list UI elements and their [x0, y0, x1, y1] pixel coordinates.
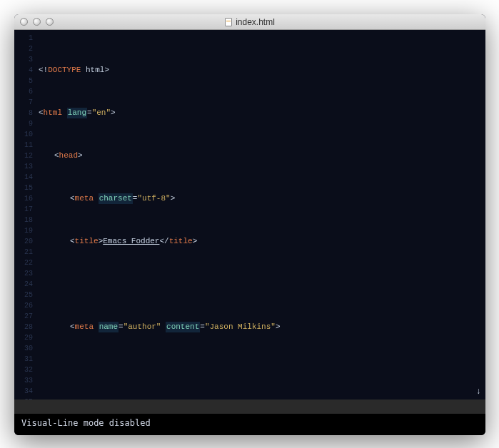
code-token: title	[75, 236, 99, 247]
window-title: index.html	[236, 17, 275, 27]
line-number: 17	[14, 204, 33, 215]
line-number: 29	[14, 332, 33, 343]
line-number: 25	[14, 290, 33, 300]
line-number: 16	[14, 193, 33, 204]
line-number: 14	[14, 172, 33, 183]
code-token: <	[70, 193, 75, 204]
mode-line[interactable]	[14, 399, 485, 414]
line-number: 6	[14, 86, 33, 97]
line-number: 33	[14, 375, 33, 386]
code-token: title	[169, 236, 193, 247]
line-number: 13	[14, 161, 33, 172]
line-number: 22	[14, 258, 33, 268]
line-number: 32	[14, 365, 33, 375]
line-number-gutter: 1234567891011121314151617181920212223242…	[14, 30, 37, 399]
code-token: <	[39, 108, 44, 118]
code-token: meta	[75, 193, 94, 204]
line-number: 24	[14, 279, 33, 290]
line-number: 35	[14, 397, 33, 399]
line-number: 3	[14, 54, 33, 65]
line-number: 15	[14, 183, 33, 193]
line-number: 19	[14, 225, 33, 236]
code-token: >	[111, 108, 116, 118]
line-number: 11	[14, 140, 33, 151]
traffic-lights	[20, 18, 54, 26]
line-number: 12	[14, 151, 33, 161]
line-number: 5	[14, 76, 33, 86]
line-number: 10	[14, 129, 33, 140]
code-token: Emacs Fodder	[103, 236, 159, 247]
code-token: "author"	[124, 322, 161, 332]
code-token: meta	[75, 322, 94, 332]
zoom-icon[interactable]	[46, 18, 54, 26]
line-number: 28	[14, 322, 33, 332]
emacs-window: index.html 12345678910111213141516171819…	[14, 14, 485, 435]
code-area[interactable]: <!DOCTYPE html> <html lang="en"> <head> …	[37, 30, 485, 399]
line-number: 34	[14, 386, 33, 397]
code-token: html	[81, 65, 104, 76]
code-token: >	[99, 236, 104, 247]
code-token: "en"	[92, 108, 111, 118]
editor-pane[interactable]: 1234567891011121314151617181920212223242…	[14, 30, 485, 399]
line-number: 20	[14, 236, 33, 247]
code-token: >	[276, 322, 281, 332]
titlebar[interactable]: index.html	[14, 14, 485, 30]
code-token: <	[70, 322, 75, 332]
code-token: head	[59, 151, 78, 161]
code-token: "Jason Milkins"	[205, 322, 276, 332]
line-number: 27	[14, 311, 33, 322]
code-token: html	[44, 108, 62, 118]
minibuffer[interactable]: Visual-Line mode disabled	[14, 414, 485, 435]
code-token: >	[78, 151, 83, 161]
line-number: 23	[14, 268, 33, 279]
line-number: 26	[14, 300, 33, 311]
code-token: <!	[39, 65, 48, 76]
code-token: <	[70, 236, 75, 247]
line-number: 21	[14, 247, 33, 258]
line-number: 2	[14, 44, 33, 54]
code-token: </	[159, 236, 168, 247]
scroll-down-icon: ↓	[476, 387, 481, 397]
line-number: 18	[14, 215, 33, 225]
line-number: 31	[14, 354, 33, 365]
code-token: =	[87, 108, 92, 118]
code-token: DOCTYPE	[48, 65, 81, 76]
line-number: 4	[14, 65, 33, 76]
code-token: >	[104, 65, 109, 76]
code-token: "utf-8"	[137, 193, 170, 204]
code-token: <	[54, 151, 59, 161]
line-number: 30	[14, 343, 33, 354]
minibuffer-text: Visual-Line mode disabled	[21, 418, 151, 428]
line-number: 9	[14, 118, 33, 129]
code-token: >	[171, 193, 176, 204]
minimize-icon[interactable]	[33, 18, 41, 26]
code-token: charset	[99, 193, 133, 204]
code-token: lang	[67, 108, 87, 118]
line-number: 7	[14, 97, 33, 108]
code-token: >	[193, 236, 198, 247]
code-token: name	[99, 322, 119, 332]
document-icon	[225, 18, 232, 26]
code-token: content	[166, 322, 200, 332]
line-number: 1	[14, 33, 33, 44]
line-number: 8	[14, 108, 33, 118]
close-icon[interactable]	[20, 18, 28, 26]
